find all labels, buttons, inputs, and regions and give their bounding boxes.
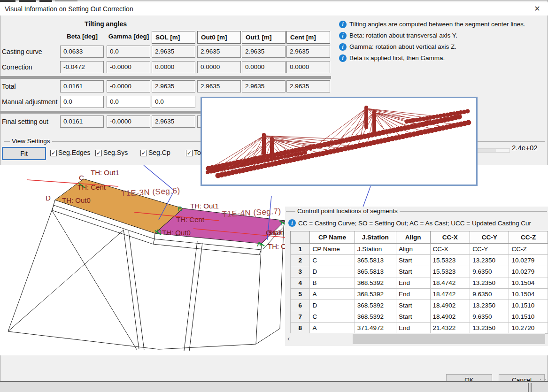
cp-col-header-cp-name: CP Name xyxy=(310,231,355,244)
deck-chain-far xyxy=(218,123,469,176)
cell-cc-x[interactable]: 18.4902 xyxy=(430,311,470,323)
row-number[interactable]: 4 xyxy=(291,277,310,289)
table-row[interactable]: 3D365.5813Start15.53239.635010.0279 xyxy=(291,266,548,277)
cell-cc-y[interactable]: 13.2350 xyxy=(470,300,509,311)
table-row[interactable]: 6D368.5392Start18.490213.235010.1510 xyxy=(291,300,548,311)
resize-grip[interactable] xyxy=(540,379,541,380)
field-manual-adjustment-1[interactable]: 0.0 xyxy=(107,96,150,108)
background-window-edge xyxy=(39,0,52,2)
row-number[interactable]: 2 xyxy=(291,255,310,266)
checkbox-seg-sys[interactable]: ✓ xyxy=(95,150,102,156)
control-points-panel: Controll point locations of segments i C… xyxy=(285,207,548,346)
table-row[interactable]: 2C365.5813Start15.532313.235010.0279 xyxy=(291,255,548,266)
field-manual-adjustment-0[interactable]: 0.0 xyxy=(60,96,104,108)
cell-cp-name[interactable]: B xyxy=(310,277,355,289)
cell-cc-y[interactable]: 9.6350 xyxy=(470,311,509,323)
row-number[interactable]: 3 xyxy=(291,266,310,277)
checkbox-to[interactable]: ✓ xyxy=(186,150,193,156)
field-correction-3: 0.0000 xyxy=(197,61,241,73)
row-number[interactable]: 8 xyxy=(291,323,310,334)
field-total-3: 2.9635 xyxy=(197,80,241,92)
checkbox-seg-edges[interactable]: ✓ xyxy=(50,150,57,156)
cell-cc-z[interactable]: 10.0279 xyxy=(509,266,548,277)
row-number[interactable]: 5 xyxy=(291,289,310,300)
checkbox-seg-cp[interactable]: ✓ xyxy=(140,150,147,156)
cell-cp-name[interactable]: CP Name xyxy=(310,244,355,255)
cell-j-station[interactable]: J.Station xyxy=(355,244,396,255)
table-hscrollbar[interactable]: ‹ xyxy=(286,333,545,345)
cell-cc-x[interactable]: 15.5323 xyxy=(430,266,470,277)
cell-cc-x[interactable]: 18.4902 xyxy=(430,300,470,311)
cell-cc-y[interactable]: 13.2350 xyxy=(470,255,509,266)
cell-cc-y[interactable]: 13.2350 xyxy=(470,277,509,289)
cell-j-station[interactable]: 365.5813 xyxy=(355,266,396,277)
cp-col-header-align: Align xyxy=(396,231,430,244)
cell-cc-x[interactable]: 21.4322 xyxy=(430,323,470,334)
cell-cp-name[interactable]: C xyxy=(310,311,355,323)
hscrollbar-thumb[interactable] xyxy=(353,334,545,344)
cell-align[interactable]: Start xyxy=(396,266,430,277)
cell-cc-x[interactable]: 18.4742 xyxy=(430,289,470,300)
background-window-divider xyxy=(531,383,532,392)
col-header-cent: Cent [m] xyxy=(286,31,330,44)
cell-j-station[interactable]: 368.5392 xyxy=(355,300,396,311)
cell-j-station[interactable]: 368.5392 xyxy=(355,311,396,323)
cell-align[interactable]: End xyxy=(396,289,430,300)
table-row[interactable]: 4B368.5392End18.474213.235010.1504 xyxy=(291,277,548,289)
cell-align[interactable]: End xyxy=(396,323,430,334)
cell-align[interactable]: Start xyxy=(396,255,430,266)
cell-cp-name[interactable]: A xyxy=(310,289,355,300)
cell-align[interactable]: Start xyxy=(396,311,430,323)
cell-cp-name[interactable]: C xyxy=(310,255,355,266)
fit-button[interactable]: Fit xyxy=(2,147,46,160)
cell-j-station[interactable]: 371.4972 xyxy=(355,323,396,334)
cell-cc-z[interactable]: 10.1510 xyxy=(509,300,548,311)
cell-cc-z[interactable]: 10.1504 xyxy=(509,289,548,300)
cell-cc-y[interactable]: 9.6350 xyxy=(470,266,509,277)
table-row[interactable]: 7C368.5392Start18.49029.635010.1510 xyxy=(291,311,548,323)
field-correction-5: 0.0000 xyxy=(286,61,330,73)
background-window-edge xyxy=(55,0,77,1)
seg6-th-out1-label: TH: Out1 xyxy=(91,169,119,177)
field-casting-curve-4: 2.9635 xyxy=(242,46,286,58)
cell-cp-name[interactable]: D xyxy=(310,266,355,277)
field-total-1: -0.0000 xyxy=(107,80,150,92)
bridge-model-preview xyxy=(201,97,478,186)
cell-cc-x[interactable]: 18.4742 xyxy=(430,277,470,289)
row-number[interactable]: 1 xyxy=(291,244,310,255)
table-row[interactable]: 5A368.5392End18.47429.635010.1504 xyxy=(291,289,548,300)
table-row[interactable]: 8A371.4972End21.432213.235010.2720 xyxy=(291,323,548,334)
field-casting-curve-3: 2.9635 xyxy=(197,46,241,58)
cell-j-station[interactable]: 368.5392 xyxy=(355,289,396,300)
cell-j-station[interactable]: 368.5392 xyxy=(355,277,396,289)
separator xyxy=(0,76,331,79)
cell-align[interactable]: Align xyxy=(396,244,430,255)
field-manual-adjustment-2[interactable]: 0.0 xyxy=(152,96,195,108)
cell-cp-name[interactable]: A xyxy=(310,323,355,334)
field-total-0: 0.0161 xyxy=(60,80,104,92)
cell-cc-y[interactable]: 9.6350 xyxy=(470,289,509,300)
cell-cc-x[interactable]: 15.5323 xyxy=(430,255,470,266)
corner-letter-a: A xyxy=(257,240,262,248)
cell-align[interactable]: End xyxy=(396,277,430,289)
cell-cc-z[interactable]: CC-Z xyxy=(509,244,548,255)
table-row[interactable]: 1CP NameJ.StationAlignCC-XCC-YCC-Z xyxy=(291,244,548,255)
cell-cc-y[interactable]: CC-Y xyxy=(470,244,509,255)
corner-letter-e: E xyxy=(280,219,285,227)
control-points-table[interactable]: CP NameJ.StationAlignCC-XCC-YCC-Z1CP Nam… xyxy=(290,231,548,334)
cell-cc-z[interactable]: 10.1510 xyxy=(509,311,548,323)
close-icon[interactable]: ✕ xyxy=(532,4,542,13)
cell-cc-z[interactable]: 10.2720 xyxy=(509,323,548,334)
cell-cc-z[interactable]: 10.0279 xyxy=(509,255,548,266)
cell-cp-name[interactable]: D xyxy=(310,300,355,311)
cell-j-station[interactable]: 365.5813 xyxy=(355,255,396,266)
corner-letter-d2: D xyxy=(156,228,162,236)
cell-cc-z[interactable]: 10.1504 xyxy=(509,277,548,289)
scroll-left-icon[interactable]: ‹ xyxy=(287,334,290,342)
cell-align[interactable]: Start xyxy=(396,300,430,311)
cell-cc-x[interactable]: CC-X xyxy=(430,244,470,255)
row-number[interactable]: 7 xyxy=(291,311,310,323)
field-total-2: 2.9635 xyxy=(152,80,195,92)
row-number[interactable]: 6 xyxy=(291,300,310,311)
cell-cc-y[interactable]: 13.2350 xyxy=(470,323,509,334)
